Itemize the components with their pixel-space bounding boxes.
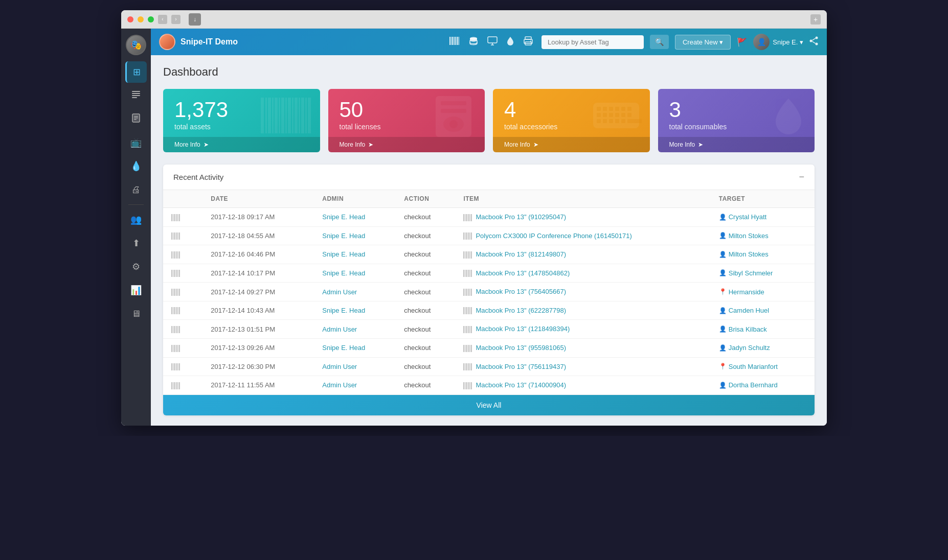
download-icon[interactable]: ↓ (189, 13, 201, 26)
admin-link-2[interactable]: Snipe E. Head (322, 250, 365, 258)
cell-action-0: checkout (396, 208, 455, 227)
cell-action-5: checkout (396, 301, 455, 320)
target-link-3[interactable]: 👤Sibyl Schmeler (719, 269, 806, 277)
user-menu-button[interactable]: 👤 Snipe E. ▾ (753, 34, 803, 50)
svg-rect-199 (176, 382, 177, 389)
svg-rect-121 (467, 270, 468, 277)
item-link-4[interactable]: Macbook Pro 13" (756405667) (476, 288, 566, 295)
cell-target-2: 👤Milton Stokes (711, 245, 815, 264)
cell-admin-7: Snipe E. Head (314, 338, 396, 357)
svg-rect-113 (174, 270, 175, 277)
svg-rect-129 (176, 289, 177, 296)
admin-link-4[interactable]: Admin User (322, 288, 357, 296)
table-row: 2017-12-18 09:17 AM Snipe E. Head checko… (163, 208, 815, 227)
admin-link-6[interactable]: Admin User (322, 325, 357, 333)
search-button[interactable]: 🔍 (650, 35, 669, 49)
svg-rect-95 (470, 232, 470, 240)
item-link-6[interactable]: Macbook Pro 13" (1218498394) (476, 325, 570, 333)
svg-rect-97 (171, 251, 172, 259)
target-link-4[interactable]: 📍Hermanside (719, 288, 806, 296)
droplet-nav-icon[interactable] (505, 34, 516, 50)
item-link-8[interactable]: Macbook Pro 13" (756119437) (476, 363, 566, 370)
item-link-1[interactable]: Polycom CX3000 IP Conference Phone (1614… (476, 232, 631, 240)
minimize-button[interactable] (138, 16, 144, 22)
item-link-5[interactable]: Macbook Pro 13" (622287798) (476, 307, 566, 314)
flag-icon[interactable]: 🚩 (737, 37, 747, 47)
svg-rect-183 (174, 363, 175, 370)
users-icon: 👥 (130, 214, 142, 225)
cell-item-0: Macbook Pro 13" (910295047) (455, 208, 710, 227)
view-all-button[interactable]: View All (163, 395, 815, 415)
svg-rect-85 (174, 232, 175, 240)
cell-date-8: 2017-12-12 06:30 PM (202, 357, 314, 376)
printer-nav-icon[interactable] (521, 34, 535, 50)
target-link-1[interactable]: 👤Milton Stokes (719, 232, 806, 240)
barcode-nav-icon[interactable] (447, 35, 462, 49)
svg-rect-196 (173, 382, 173, 389)
licenses-more-info-label: More Info (340, 141, 366, 148)
forward-button[interactable]: › (171, 15, 180, 24)
admin-link-1[interactable]: Snipe E. Head (322, 232, 365, 240)
activity-table: Date Admin Action Item Target 2017-1 (163, 190, 815, 395)
target-link-8[interactable]: 📍South Marianfort (719, 363, 806, 370)
sidebar-item-display[interactable]: 🖥 (125, 303, 147, 324)
item-link-0[interactable]: Macbook Pro 13" (910295047) (476, 213, 566, 221)
cell-action-2: checkout (396, 245, 455, 264)
close-button[interactable] (127, 16, 133, 22)
new-tab-button[interactable]: + (810, 14, 821, 25)
sidebar-logo[interactable]: 🎭 (126, 35, 146, 55)
back-button[interactable]: ‹ (158, 15, 167, 24)
sidebar-item-consumables[interactable]: 💧 (125, 155, 147, 177)
admin-link-5[interactable]: Snipe E. Head (322, 307, 365, 314)
admin-link-3[interactable]: Snipe E. Head (322, 269, 365, 277)
svg-rect-192 (468, 363, 469, 370)
assets-more-info-arrow: ➤ (204, 141, 209, 148)
admin-link-8[interactable]: Admin User (322, 363, 357, 370)
svg-rect-111 (171, 270, 172, 277)
maximize-button[interactable] (148, 16, 154, 22)
admin-link-0[interactable]: Snipe E. Head (322, 213, 365, 221)
target-link-6[interactable]: 👤Brisa Kilback (719, 325, 806, 333)
target-link-2[interactable]: 👤Milton Stokes (719, 250, 806, 258)
database-nav-icon[interactable] (467, 34, 480, 50)
collapse-button[interactable]: − (799, 172, 804, 182)
target-link-7[interactable]: 👤Jadyn Schultz (719, 344, 806, 352)
cell-target-1: 👤Milton Stokes (711, 226, 815, 245)
sidebar-item-users[interactable]: 👥 (125, 209, 147, 230)
col-admin-label: Admin (314, 190, 396, 208)
sidebar-item-settings[interactable]: ⚙ (125, 256, 147, 277)
svg-rect-152 (471, 307, 472, 314)
cell-item-1: Polycom CX3000 IP Conference Phone (1614… (455, 226, 710, 245)
sidebar-item-reports[interactable]: 📊 (125, 279, 147, 301)
item-link-7[interactable]: Macbook Pro 13" (955981065) (476, 344, 566, 352)
svg-rect-108 (468, 251, 469, 259)
admin-link-9[interactable]: Admin User (322, 381, 357, 389)
sidebar-item-licenses[interactable] (125, 108, 147, 130)
table-row: 2017-12-11 11:55 AM Admin User checkout … (163, 376, 815, 395)
admin-link-7[interactable]: Snipe E. Head (322, 344, 365, 352)
svg-rect-116 (178, 270, 178, 277)
sidebar-item-dashboard[interactable]: ⊞ (125, 61, 147, 83)
target-link-5[interactable]: 👤Camden Huel (719, 307, 806, 314)
svg-rect-180 (471, 345, 472, 352)
svg-rect-115 (176, 270, 177, 277)
sidebar-item-printers[interactable]: 🖨 (125, 179, 147, 200)
share-icon[interactable] (809, 36, 819, 48)
target-link-9[interactable]: 👤Dortha Bernhard (719, 381, 806, 389)
create-new-button[interactable]: Create New ▾ (675, 35, 731, 50)
sidebar-item-upload[interactable]: ⬆ (125, 232, 147, 254)
svg-rect-9 (449, 37, 450, 45)
item-link-3[interactable]: Macbook Pro 13" (1478504862) (476, 269, 570, 277)
assets-icon (131, 90, 141, 102)
svg-rect-179 (470, 345, 470, 352)
svg-rect-82 (471, 214, 472, 221)
sidebar-item-assets[interactable] (125, 85, 147, 106)
item-link-9[interactable]: Macbook Pro 13" (714000904) (476, 381, 566, 389)
item-link-2[interactable]: Macbook Pro 13" (812149807) (476, 250, 566, 258)
svg-rect-52 (603, 107, 607, 111)
target-link-0[interactable]: 👤Crystal Hyatt (719, 213, 806, 221)
sidebar-item-accessories[interactable]: 📺 (125, 132, 147, 153)
cell-action-3: checkout (396, 264, 455, 283)
monitor-nav-icon[interactable] (485, 34, 500, 50)
search-input[interactable] (541, 35, 644, 49)
